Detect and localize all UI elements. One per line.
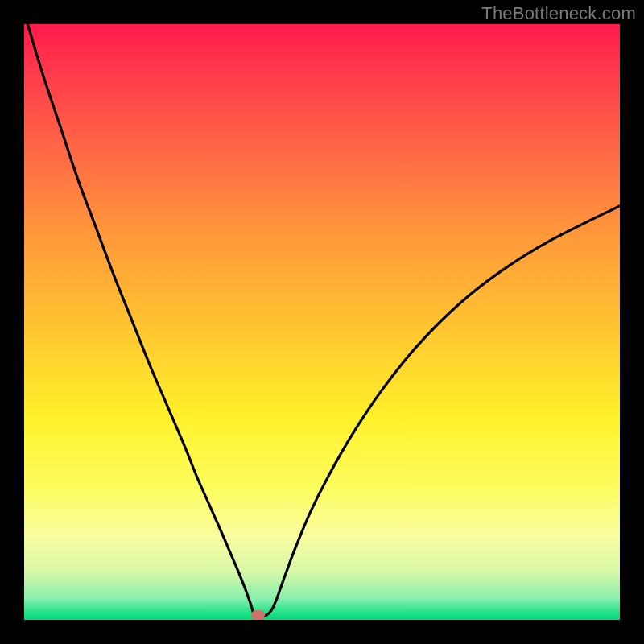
optimum-marker: [251, 610, 265, 620]
plot-area: [24, 24, 620, 620]
chart-frame: TheBottleneck.com: [0, 0, 644, 644]
bottleneck-curve: [24, 24, 620, 620]
watermark-text: TheBottleneck.com: [481, 3, 636, 24]
